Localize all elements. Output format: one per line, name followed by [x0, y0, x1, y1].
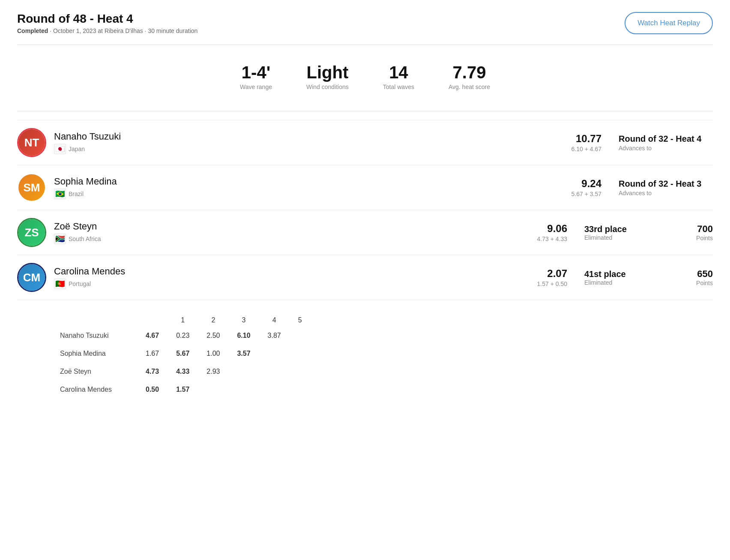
stat-label-wave-range: Wave range: [240, 83, 272, 90]
wave-table-row: Sophia Medina1.675.671.003.57: [60, 345, 311, 363]
wave-row-name: Zoë Steyn: [60, 363, 137, 381]
stats-divider: [17, 111, 713, 111]
wave-table-row: Carolina Mendes0.501.57: [60, 381, 311, 399]
wave-scores-detail-nanaho: 6.10 + 4.67: [571, 146, 601, 152]
wave-score-col-5: [259, 381, 290, 399]
surfer-result-nanaho: Round of 32 - Heat 4 Advances to: [619, 134, 713, 152]
surfers-section: NT Nanaho Tsuzuki 🇯🇵 Japan 10.77 6.10 + …: [17, 120, 713, 300]
avatar-sophia: SM: [17, 173, 46, 202]
wave-scores-detail-zoe: 4.73 + 4.33: [537, 235, 567, 242]
stat-total-waves: 14 Total waves: [383, 64, 414, 90]
surfer-col-header: [60, 314, 137, 327]
separator: ·: [50, 27, 53, 34]
total-score-nanaho: 10.77: [571, 133, 601, 145]
wave-score-col-2: 5.67: [168, 345, 198, 363]
surfer-country-zoe: 🇿🇦 South Africa: [54, 234, 537, 244]
surfer-row-nanaho: NT Nanaho Tsuzuki 🇯🇵 Japan 10.77 6.10 + …: [17, 120, 713, 165]
total-score-sophia: 9.24: [571, 178, 601, 190]
wave-table-name-col-header: [137, 314, 168, 327]
wave-col-2: 2: [198, 314, 228, 327]
wave-score-col-5: 3.87: [259, 327, 290, 345]
stat-label-avg-score: Avg. heat score: [449, 83, 490, 90]
wave-score-col-5: [259, 363, 290, 381]
surfer-name-sophia: Sophia Medina: [54, 176, 571, 187]
surfer-result-carolina: 41st place Eliminated: [584, 269, 679, 286]
wave-score-col-1: 1.67: [137, 345, 168, 363]
stat-avg-score: 7.79 Avg. heat score: [449, 64, 490, 90]
wave-table-section: 12345 Nanaho Tsuzuki4.670.232.506.103.87…: [17, 314, 713, 399]
points-label-zoe: Points: [679, 235, 713, 241]
wave-score-col-3: 2.50: [198, 327, 228, 345]
stat-value-wave-range: 1-4': [240, 64, 272, 81]
surfer-row-zoe: ZS Zoë Steyn 🇿🇦 South Africa 9.06 4.73 +…: [17, 210, 713, 255]
country-name-carolina: Portugal: [69, 280, 91, 287]
page-header: Round of 48 - Heat 4 Completed · October…: [17, 12, 713, 34]
heat-location: Ribeira D'ilhas: [105, 27, 143, 34]
wave-row-name: Nanaho Tsuzuki: [60, 327, 137, 345]
wave-col-5: 5: [290, 314, 311, 327]
watch-replay-button[interactable]: Watch Heat Replay: [625, 12, 713, 34]
wave-score-col-2: 4.33: [168, 363, 198, 381]
wave-table-row: Nanaho Tsuzuki4.670.232.506.103.87: [60, 327, 311, 345]
country-name-sophia: Brazil: [69, 191, 84, 197]
surfer-row-carolina: CM Carolina Mendes 🇵🇹 Portugal 2.07 1.57…: [17, 255, 713, 300]
points-value-zoe: 700: [679, 223, 713, 235]
wave-row-name: Carolina Mendes: [60, 381, 137, 399]
stat-wave-range: 1-4' Wave range: [240, 64, 272, 90]
surfer-info-nanaho: Nanaho Tsuzuki 🇯🇵 Japan: [54, 131, 571, 154]
surfer-name-carolina: Carolina Mendes: [54, 266, 537, 277]
wave-scores-detail-sophia: 5.67 + 3.57: [571, 191, 601, 197]
avatar-zoe: ZS: [17, 218, 46, 247]
surfer-name-nanaho: Nanaho Tsuzuki: [54, 131, 571, 142]
flag-nanaho: 🇯🇵: [54, 144, 66, 154]
avatar-initials-nanaho: NT: [18, 129, 45, 156]
wave-score-col-4: [228, 381, 259, 399]
wave-score-col-4: 3.57: [228, 345, 259, 363]
wave-table-body: Nanaho Tsuzuki4.670.232.506.103.87Sophia…: [60, 327, 311, 399]
wave-score-col-3: [198, 381, 228, 399]
wave-col-1: 1: [168, 314, 198, 327]
stat-value-total-waves: 14: [383, 64, 414, 81]
wave-score-col-3: 2.93: [198, 363, 228, 381]
wave-score-col-1: 4.73: [137, 363, 168, 381]
avatar-carolina: CM: [17, 263, 46, 292]
page-title: Round of 48 - Heat 4: [17, 12, 197, 26]
surfer-info-sophia: Sophia Medina 🇧🇷 Brazil: [54, 176, 571, 199]
wave-score-table: 12345 Nanaho Tsuzuki4.670.232.506.103.87…: [60, 314, 311, 399]
flag-sophia: 🇧🇷: [54, 189, 66, 199]
result-heat-nanaho: Round of 32 - Heat 4: [619, 134, 713, 144]
wave-table-row: Zoë Steyn4.734.332.93: [60, 363, 311, 381]
wave-scores-detail-carolina: 1.57 + 0.50: [537, 280, 567, 287]
surfer-country-sophia: 🇧🇷 Brazil: [54, 189, 571, 199]
wave-score-col-1: 0.50: [137, 381, 168, 399]
total-score-zoe: 9.06: [537, 223, 567, 235]
wave-table-header-row: 12345: [60, 314, 311, 327]
surfer-scores-carolina: 2.07 1.57 + 0.50: [537, 268, 567, 287]
result-sub-carolina: Eliminated: [584, 279, 679, 286]
header-info: Round of 48 - Heat 4 Completed · October…: [17, 12, 197, 34]
surfer-country-nanaho: 🇯🇵 Japan: [54, 144, 571, 154]
country-name-zoe: South Africa: [69, 235, 101, 242]
avatar-nanaho: NT: [17, 128, 46, 157]
wave-score-col-1: 4.67: [137, 327, 168, 345]
points-value-carolina: 650: [679, 268, 713, 280]
stats-row: 1-4' Wave range Light Wind conditions 14…: [17, 54, 713, 102]
surfer-scores-sophia: 9.24 5.67 + 3.57: [571, 178, 601, 197]
page-subtitle: Completed · October 1, 2023 at Ribeira D…: [17, 27, 197, 34]
wave-score-col-4: [228, 363, 259, 381]
result-points-carolina: 650 Points: [679, 268, 713, 286]
result-place-carolina: 41st place: [584, 269, 679, 279]
wave-row-name: Sophia Medina: [60, 345, 137, 363]
result-points-zoe: 700 Points: [679, 223, 713, 241]
avatar-initials-sophia: SM: [18, 174, 45, 201]
stat-value-wind: Light: [306, 64, 349, 81]
wave-score-col-5: [259, 345, 290, 363]
wave-score-col-2: 1.57: [168, 381, 198, 399]
heat-date: October 1, 2023: [53, 27, 96, 34]
flag-zoe: 🇿🇦: [54, 234, 66, 244]
heat-duration: 30 minute duration: [148, 27, 197, 34]
stat-label-total-waves: Total waves: [383, 83, 414, 90]
status-badge: Completed: [17, 27, 48, 34]
country-name-nanaho: Japan: [69, 146, 85, 152]
points-label-carolina: Points: [679, 280, 713, 286]
